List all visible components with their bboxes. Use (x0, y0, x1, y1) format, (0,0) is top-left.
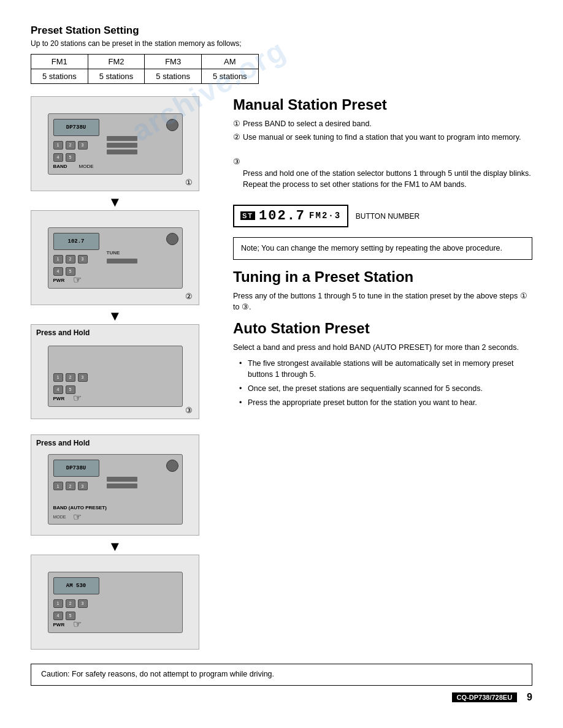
sketch-tuner-1 (107, 136, 137, 154)
sketch-screen-text-5: AM 530 (66, 583, 86, 589)
sketch-inner-4: DP738U 1 2 3 BAND (AUTO PRESET) ☞ MODE (48, 454, 183, 525)
sketch-inner-1: DP738U 1 2 3 4 5 (48, 113, 183, 175)
note-box: Note; You can change the memory setting … (233, 237, 532, 260)
page: archive.org Preset Station Setting Up to… (0, 0, 563, 728)
sketch-tuner-bar-4b (107, 483, 137, 488)
bullet-item-2: Once set, the preset stations are sequen… (239, 383, 532, 394)
tuning-preset-desc: Press any of the buttons 1 through 5 to … (233, 290, 532, 313)
sketch-knob-1 (166, 119, 178, 131)
mode-label-4: MODE (53, 515, 66, 519)
sketch-screen-text-2: 102.7 (67, 238, 84, 245)
note-text: Note; You can change the memory setting … (241, 244, 502, 252)
manual-preset-title: Manual Station Preset (233, 96, 532, 113)
sketch-btn-1a: 1 (53, 141, 63, 150)
table-cell-fm1: 5 stations (31, 69, 88, 84)
sketch-inner-5: AM 530 1 2 3 4 5 PWR ☞ (48, 572, 183, 633)
sketch-tuner-bar-1b (107, 143, 137, 148)
pwr-label-5: PWR (53, 622, 65, 628)
instruction-step-3: ③ Press and hold one of the station sele… (233, 145, 532, 190)
page-subtitle: Up to 20 stations can be preset in the s… (31, 39, 532, 48)
sketch-finger-3: ☞ (73, 392, 82, 404)
sketch-btn-2d: 4 (53, 267, 63, 276)
step-num-1: ① (233, 118, 240, 129)
sketch-screen-1: DP738U (53, 119, 99, 136)
band-label-1: BAND (53, 164, 67, 169)
table-header-fm3: FM3 (145, 55, 202, 69)
step-num-2: ② (233, 132, 240, 143)
display-frequency: 102.7 (259, 208, 305, 224)
sketch-finger-5: ☞ (73, 618, 82, 630)
step-text-2: Use manual or seek tuning to find a stat… (243, 133, 521, 142)
sketch-tuner-bar-2a (107, 259, 137, 264)
sketch-inner-2: 102.7 1 2 3 4 5 TUNE (48, 227, 183, 289)
sketch-btn2-row-1: 4 5 (53, 153, 75, 162)
table-cell-am: 5 stations (201, 69, 258, 84)
step-text-3: Press and hold one of the station select… (243, 169, 531, 189)
auto-preset-desc: Select a band and press and hold BAND (A… (233, 342, 532, 353)
sketch-btn-4c: 3 (78, 482, 88, 490)
sketch-screen-4: DP738U (53, 460, 99, 477)
auto-preset-bullets: The five strongest available stations wi… (239, 358, 532, 409)
left-column: DP738U 1 2 3 4 5 (31, 96, 221, 653)
sketch-btn-4a: 1 (53, 482, 63, 490)
tune-label: TUNE (107, 250, 137, 256)
sketch-tuner-bar-1c (107, 150, 137, 154)
sketch-btn-1b: 2 (66, 141, 75, 150)
sketch-btns-1: 1 2 3 (53, 141, 88, 150)
sketch-inner-3: 1 2 3 4 5 PWR ☞ (48, 346, 183, 407)
sketch-btn-2b: 2 (66, 255, 75, 264)
device-image-4: Press and Hold DP738U 1 2 3 BA (31, 434, 199, 536)
sketch-btn-5a: 1 (53, 599, 63, 608)
sketch-btn-3a: 1 (53, 373, 63, 382)
sketch-btn-4b: 2 (66, 482, 75, 490)
sketch-tuner-4 (107, 477, 137, 488)
step-num-3: ③ (233, 156, 240, 167)
device-image-2: 102.7 1 2 3 4 5 TUNE (31, 210, 199, 305)
sketch-knob-4 (166, 460, 178, 472)
step-text-1: Press BAND to select a desired band. (243, 119, 372, 128)
table-header-fm2: FM2 (88, 55, 145, 69)
stations-table: FM1 FM2 FM3 AM 5 stations 5 stations 5 s… (31, 54, 259, 84)
frequency-display: ST 102.7 FM2·3 (233, 205, 348, 227)
model-number: CQ-DP738/728EU (452, 692, 518, 702)
display-band: FM2·3 (309, 211, 341, 221)
sketch-btn-3b: 2 (66, 373, 75, 382)
main-content: DP738U 1 2 3 4 5 (31, 96, 532, 653)
sketch-btns-5: 1 2 3 (53, 599, 88, 608)
sketch-btn-5d: 4 (53, 612, 63, 620)
step-number-1: ① (185, 178, 193, 187)
sketch-screen-text-1: DP738U (66, 124, 86, 131)
bullet-item-3: Press the appropriate preset button for … (239, 397, 532, 408)
sketch-screen-2: 102.7 (53, 233, 99, 250)
right-column: Manual Station Preset ① Press BAND to se… (221, 96, 532, 653)
device-image-1: DP738U 1 2 3 4 5 (31, 96, 199, 191)
bullet-item-1: The five strongest available stations wi… (239, 358, 532, 380)
sketch-btn-1d: 4 (53, 153, 63, 162)
sketch-screen-5: AM 530 (53, 577, 99, 594)
instruction-step-2: ② Use manual or seek tuning to find a st… (233, 132, 532, 143)
instruction-step-1: ① Press BAND to select a desired band. (233, 118, 532, 129)
sketch-knob-2 (166, 233, 178, 245)
display-area: ST 102.7 FM2·3 BUTTON NUMBER (233, 199, 532, 232)
sketch-tuner-bar-1a (107, 136, 137, 141)
caution-text: Caution: For safety reasons, do not atte… (41, 670, 274, 678)
band-auto-label: BAND (AUTO PRESET) (53, 505, 107, 510)
sketch-btn2-row-5: 4 5 (53, 612, 75, 620)
sketch-btn-2c: 3 (78, 255, 88, 264)
tuning-preset-title: Tuning in a Preset Station (233, 268, 532, 286)
sketch-btn2-row-2: 4 5 (53, 267, 75, 276)
arrow-down-1: ▼ (31, 195, 199, 209)
device-image-5: AM 530 1 2 3 4 5 PWR ☞ (31, 555, 199, 650)
table-cell-fm2: 5 stations (88, 69, 145, 84)
sketch-btns-4: 1 2 3 (53, 482, 88, 490)
press-hold-label-1: Press and Hold (36, 328, 90, 337)
sketch-btn2-row-3: 4 5 (53, 385, 75, 394)
arrow-down-2: ▼ (31, 309, 199, 323)
table-header-fm1: FM1 (31, 55, 88, 69)
table-cell-fm3: 5 stations (145, 69, 202, 84)
sketch-btn-3d: 4 (53, 385, 63, 394)
sketch-finger-2: ☞ (73, 274, 82, 286)
sketch-btn-1c: 3 (78, 141, 88, 150)
sketch-btns-3: 1 2 3 (53, 373, 88, 382)
sketch-tuner-2: TUNE (107, 250, 137, 264)
